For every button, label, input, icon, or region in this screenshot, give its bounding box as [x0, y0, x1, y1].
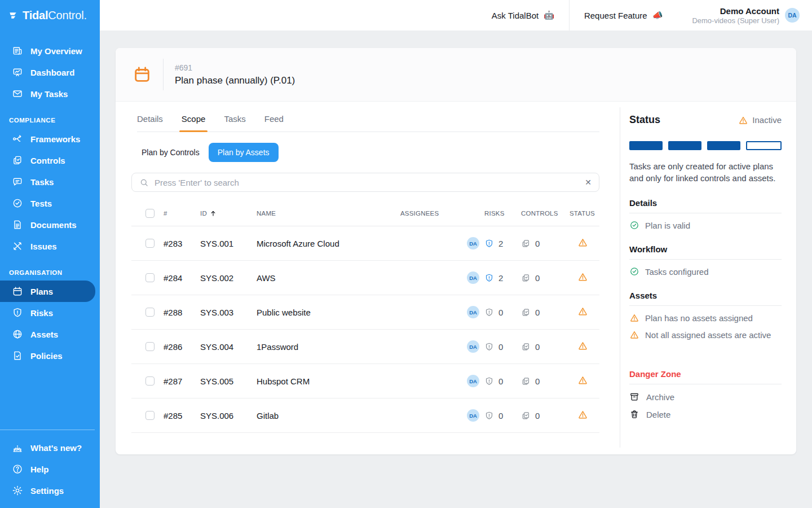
overview-icon: [12, 45, 23, 56]
tab-scope[interactable]: Scope: [182, 114, 206, 132]
select-all-checkbox[interactable]: [145, 209, 155, 218]
request-feature-button[interactable]: Request Feature 📣: [570, 10, 677, 20]
sidebar-item-my-tasks[interactable]: My Tasks: [0, 83, 100, 104]
controls-cell: 0: [516, 376, 564, 386]
delete-button[interactable]: Delete: [629, 409, 782, 419]
sidebar-item-documents[interactable]: Documents: [0, 214, 100, 235]
content: #691 Plan phase (annually) (P.01) Detail…: [100, 30, 812, 508]
details-check-item: Plan is valid: [629, 220, 782, 230]
row-name: Microsoft Azure Cloud: [257, 239, 400, 248]
row-checkbox[interactable]: [145, 273, 155, 282]
clear-search-icon[interactable]: ✕: [585, 178, 592, 186]
status-note: Tasks are only created for active plans …: [629, 161, 782, 184]
workflow-section: Workflow Tasks configured: [629, 244, 782, 277]
row-checkbox[interactable]: [145, 411, 155, 420]
assignee-avatar[interactable]: DA: [467, 306, 479, 318]
assignee-avatar[interactable]: DA: [467, 340, 479, 353]
table-row[interactable]: #288 SYS.003 Public website DA 0 0: [131, 295, 599, 330]
plan-calendar-icon: [133, 65, 152, 84]
sidebar-item-tasks[interactable]: Tasks: [0, 171, 100, 192]
sidebar-section-organisation: ORGANISATION: [0, 257, 100, 281]
plan-by-controls-button[interactable]: Plan by Controls: [133, 143, 209, 162]
assignee-avatar[interactable]: DA: [467, 237, 479, 249]
col-header-assignees[interactable]: ASSIGNEES: [400, 210, 479, 217]
row-checkbox[interactable]: [145, 376, 155, 386]
sidebar-item-frameworks[interactable]: Frameworks: [0, 128, 100, 150]
archive-button[interactable]: Archive: [629, 392, 782, 402]
controls-cell: 0: [516, 308, 564, 317]
assets-section: Assets Plan has no assets assigned Not a…: [629, 291, 782, 340]
tab-details[interactable]: Details: [137, 114, 163, 132]
col-header-status[interactable]: STATUS: [564, 210, 599, 217]
sidebar-section-compliance: COMPLIANCE: [0, 104, 100, 128]
sidebar-item-policies[interactable]: Policies: [0, 345, 100, 366]
col-header-id[interactable]: ID: [200, 209, 257, 217]
brand-logo[interactable]: TidalControl.: [0, 0, 100, 30]
row-num: #288: [164, 308, 200, 317]
col-header-controls[interactable]: CONTROLS: [516, 210, 564, 217]
col-header-name[interactable]: NAME: [257, 210, 400, 217]
table-row[interactable]: #285 SYS.006 Gitlab DA 0 0: [131, 398, 599, 433]
plan-card-header: #691 Plan phase (annually) (P.01): [116, 48, 796, 102]
assignee-avatar[interactable]: DA: [467, 375, 479, 387]
assignee-avatar[interactable]: DA: [467, 271, 479, 284]
sort-asc-icon: [209, 209, 217, 217]
sidebar-item-issues[interactable]: Issues: [0, 235, 100, 257]
search-icon: [139, 178, 149, 187]
warning-icon: [577, 306, 588, 317]
col-header-num[interactable]: #: [164, 210, 200, 217]
assets-warning-item: Plan has no assets assigned: [629, 313, 782, 323]
assets-table: # ID NAME ASSIGNEES RISKS CONTROLS STATU…: [131, 200, 599, 433]
branch-icon: [12, 133, 23, 144]
sidebar-item-settings[interactable]: Settings: [0, 480, 100, 501]
sidebar-item-risks[interactable]: Risks: [0, 302, 100, 323]
sidebar-item-whats-new[interactable]: What's new?: [0, 437, 100, 458]
status-cell: [564, 340, 599, 353]
sidebar-item-plans[interactable]: Plans: [0, 281, 95, 302]
sidebar-item-label: My Overview: [30, 46, 82, 56]
controls-count: 0: [535, 376, 540, 386]
sidebar-item-label: Settings: [30, 486, 64, 496]
warning-icon: [577, 237, 588, 248]
sidebar-item-tests[interactable]: Tests: [0, 192, 100, 214]
table-row[interactable]: #283 SYS.001 Microsoft Azure Cloud DA 2 …: [131, 226, 599, 261]
progress-segment-filled: [707, 141, 740, 150]
megaphone-icon: 📣: [652, 10, 663, 20]
row-checkbox[interactable]: [145, 239, 155, 248]
assignee-avatar[interactable]: DA: [467, 409, 479, 422]
shield-alert-icon: [484, 308, 494, 317]
row-id: SYS.001: [200, 239, 257, 248]
warning-icon: [577, 340, 588, 351]
danger-zone-section: Danger Zone Archive Delete: [629, 369, 782, 419]
table-row[interactable]: #284 SYS.002 AWS DA 2 0: [131, 261, 599, 295]
ask-tidalbot-button[interactable]: Ask TidalBot 🤖: [477, 10, 569, 20]
table-row[interactable]: #286 SYS.004 1Password DA 0 0: [131, 330, 599, 364]
sidebar-item-label: Documents: [30, 220, 77, 230]
shield-alert-icon: [484, 376, 494, 386]
controls-cell: 0: [516, 411, 564, 421]
search-input[interactable]: [155, 178, 579, 187]
row-name: Public website: [257, 308, 400, 317]
avatar[interactable]: DA: [785, 8, 800, 23]
sidebar-item-controls[interactable]: Controls: [0, 150, 100, 171]
sidebar-item-dashboard[interactable]: Dashboard: [0, 62, 100, 83]
sidebar-item-my-overview[interactable]: My Overview: [0, 40, 100, 62]
account-menu[interactable]: Demo Account Demo-videos (Super User) DA: [677, 6, 812, 25]
page-title: Plan phase (annually) (P.01): [175, 75, 295, 86]
tab-feed[interactable]: Feed: [264, 114, 284, 132]
sidebar-item-assets[interactable]: Assets: [0, 323, 100, 345]
sidebar-item-help[interactable]: Help: [0, 458, 100, 480]
scope-pane: Details Scope Tasks Feed Plan by Control…: [116, 102, 620, 454]
table-row[interactable]: #287 SYS.005 Hubspot CRM DA 0 0: [131, 364, 599, 398]
row-checkbox[interactable]: [145, 308, 155, 317]
row-checkbox[interactable]: [145, 342, 155, 351]
controls-count: 0: [535, 273, 540, 283]
tab-tasks[interactable]: Tasks: [224, 114, 245, 132]
col-header-risks[interactable]: RISKS: [479, 210, 516, 217]
chat-icon: [12, 176, 23, 187]
risks-count: 0: [498, 308, 503, 317]
progress-segment-filled: [629, 141, 663, 150]
plan-by-assets-button[interactable]: Plan by Assets: [209, 143, 279, 162]
app-root: TidalControl. My Overview Dashboard My T…: [0, 0, 812, 508]
sidebar-divider: [0, 430, 95, 430]
